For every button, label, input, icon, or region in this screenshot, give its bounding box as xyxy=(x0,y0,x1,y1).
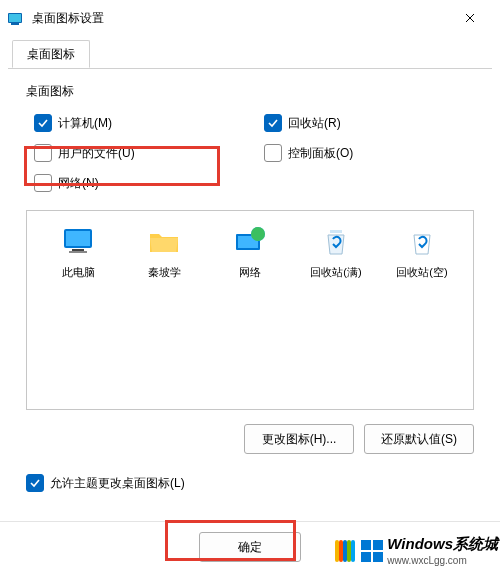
checkbox-icon xyxy=(26,474,44,492)
titlebar: 桌面图标设置 xyxy=(0,0,500,36)
checkbox-icon xyxy=(34,174,52,192)
folder-icon xyxy=(147,225,181,259)
system-settings-icon xyxy=(8,10,24,26)
window-title: 桌面图标设置 xyxy=(32,10,104,27)
watermark-text: Windows系统城 www.wxcLgg.com xyxy=(387,536,498,566)
icon-preview-box: 此电脑 秦坡学 网络 xyxy=(26,210,474,410)
windows-logo-icon xyxy=(361,540,383,562)
close-button[interactable] xyxy=(448,0,492,36)
icon-this-pc[interactable]: 此电脑 xyxy=(41,225,115,280)
group-label: 桌面图标 xyxy=(26,83,480,100)
svg-rect-5 xyxy=(72,249,84,251)
svg-rect-6 xyxy=(69,251,87,253)
content-area: 桌面图标 计算机(M) 回收站(R) 用户的文件(U) xyxy=(0,69,500,500)
svg-rect-11 xyxy=(361,540,371,550)
checkbox-computer[interactable]: 计算机(M) xyxy=(20,114,250,132)
icon-user-folder[interactable]: 秦坡学 xyxy=(127,225,201,280)
change-icon-button[interactable]: 更改图标(H)... xyxy=(244,424,354,454)
checkbox-icon xyxy=(34,114,52,132)
restore-default-button[interactable]: 还原默认值(S) xyxy=(364,424,474,454)
svg-rect-4 xyxy=(66,231,90,246)
svg-rect-10 xyxy=(330,230,342,233)
recycle-empty-icon xyxy=(405,225,439,259)
checkbox-icon xyxy=(34,144,52,162)
svg-rect-12 xyxy=(373,540,383,550)
svg-rect-2 xyxy=(11,23,19,25)
monitor-icon xyxy=(61,225,95,259)
checkbox-network[interactable]: 网络(N) xyxy=(20,174,250,192)
ok-button[interactable]: 确定 xyxy=(199,532,301,562)
checkbox-icon xyxy=(264,114,282,132)
checkbox-recycle-bin[interactable]: 回收站(R) xyxy=(250,114,480,132)
network-icon xyxy=(233,225,267,259)
checkbox-allow-themes[interactable]: 允许主题更改桌面图标(L) xyxy=(26,474,474,492)
checkbox-icon xyxy=(264,144,282,162)
svg-rect-14 xyxy=(373,552,383,562)
icon-network[interactable]: 网络 xyxy=(213,225,287,280)
checkbox-control-panel[interactable]: 控制面板(O) xyxy=(250,144,480,162)
icon-recycle-empty[interactable]: 回收站(空) xyxy=(385,225,459,280)
tab-bar: 桌面图标 xyxy=(8,40,492,69)
recycle-full-icon xyxy=(319,225,353,259)
watermark: Windows系统城 www.wxcLgg.com xyxy=(335,536,498,566)
checkbox-user-files[interactable]: 用户的文件(U) xyxy=(20,144,250,162)
icon-recycle-full[interactable]: 回收站(满) xyxy=(299,225,373,280)
svg-rect-13 xyxy=(361,552,371,562)
watermark-stripes-icon xyxy=(335,540,355,562)
checkbox-grid: 计算机(M) 回收站(R) 用户的文件(U) 控制面板(O) xyxy=(20,108,480,198)
desktop-icon-settings-window: 桌面图标设置 桌面图标 桌面图标 计算机(M) 回收站(R) xyxy=(0,0,500,572)
tab-desktop-icons[interactable]: 桌面图标 xyxy=(12,40,90,68)
svg-rect-1 xyxy=(9,14,21,22)
